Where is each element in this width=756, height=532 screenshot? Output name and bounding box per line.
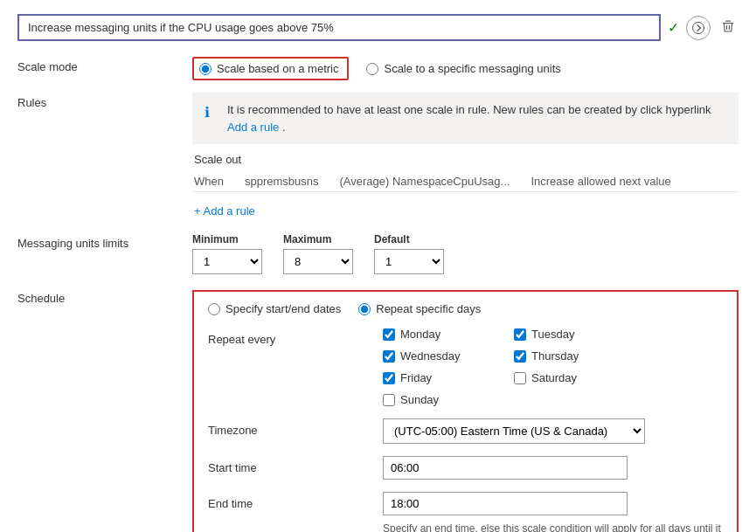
messaging-units-label: Messaging units limits xyxy=(17,233,192,250)
tuesday-option[interactable]: Tuesday xyxy=(514,328,619,341)
end-time-label: End time xyxy=(208,492,383,510)
end-time-input[interactable] xyxy=(383,492,628,515)
minimum-select[interactable]: 1248 xyxy=(192,249,262,274)
scale-mode-label: Scale mode xyxy=(17,57,192,73)
saturday-label: Saturday xyxy=(531,371,577,384)
default-label: Default xyxy=(374,233,444,245)
check-icon: ✓ xyxy=(668,19,679,36)
tuesday-checkbox[interactable] xyxy=(514,328,526,341)
scale-units-option[interactable]: Scale to a specific messaging units xyxy=(366,62,560,75)
scale-units-radio[interactable] xyxy=(366,63,378,75)
monday-checkbox[interactable] xyxy=(383,328,395,341)
scale-out-header: Scale out xyxy=(192,153,739,166)
info-icon: ℹ xyxy=(205,102,218,135)
scale-metric-label: Scale based on a metric xyxy=(217,62,338,75)
thursday-label: Thursday xyxy=(531,349,579,363)
timezone-content: (UTC-05:00) Eastern Time (US & Canada) (… xyxy=(383,418,723,444)
friday-checkbox[interactable] xyxy=(383,372,395,384)
svg-point-0 xyxy=(693,22,704,33)
maximum-select[interactable]: 124816 xyxy=(283,249,353,274)
start-time-row: Start time xyxy=(208,456,723,480)
maximum-label: Maximum xyxy=(283,233,353,245)
rules-label: Rules xyxy=(17,93,192,109)
sunday-option[interactable]: Sunday xyxy=(383,393,488,406)
maximum-group: Maximum 124816 xyxy=(283,233,353,274)
specify-dates-label: Specify start/end dates xyxy=(225,302,341,315)
scale-mode-radio-group: Scale based on a metric Scale to a speci… xyxy=(192,57,739,80)
repeat-every-content: Monday Tuesday Wednesday xyxy=(383,328,723,406)
limits-row: Minimum 1248 Maximum 124816 Default 1248 xyxy=(192,233,739,274)
scale-metric-option[interactable]: Scale based on a metric xyxy=(192,57,349,80)
default-select[interactable]: 1248 xyxy=(374,249,444,274)
arrow-right-icon[interactable] xyxy=(686,16,711,40)
wednesday-checkbox[interactable] xyxy=(383,350,395,363)
repeat-every-label: Repeat every xyxy=(208,328,383,346)
end-time-row: End time Specify an end time, else this … xyxy=(208,492,723,532)
schedule-section: Specify start/end dates Repeat specific … xyxy=(192,290,739,532)
monday-label: Monday xyxy=(400,328,440,341)
rules-row: Rules ℹ It is recommended to have at lea… xyxy=(17,93,739,221)
rules-info-box: ℹ It is recommended to have at least one… xyxy=(192,93,739,144)
friday-option[interactable]: Friday xyxy=(383,371,488,384)
start-time-content xyxy=(383,456,723,480)
scale-out-metric[interactable]: (Average) NamespaceCpuUsag... xyxy=(340,175,510,188)
sunday-label: Sunday xyxy=(400,393,439,406)
scale-mode-row: Scale mode Scale based on a metric Scale… xyxy=(17,57,739,80)
tuesday-label: Tuesday xyxy=(531,328,574,341)
friday-label: Friday xyxy=(400,371,432,384)
add-rule-link-inline[interactable]: Add a rule xyxy=(227,121,279,134)
default-group: Default 1248 xyxy=(374,233,444,274)
saturday-checkbox[interactable] xyxy=(514,372,526,384)
end-time-content: Specify an end time, else this scale con… xyxy=(383,492,723,532)
schedule-radio-group: Specify start/end dates Repeat specific … xyxy=(208,302,723,315)
repeat-days-label: Repeat specific days xyxy=(376,302,481,315)
repeat-every-row: Repeat every Monday Tuesday xyxy=(208,328,723,406)
scale-out-when: When xyxy=(194,175,224,188)
condition-title-input[interactable] xyxy=(17,14,661,41)
scale-units-label: Scale to a specific messaging units xyxy=(384,62,560,75)
schedule-row: Specify start/end dates Repeat specific … xyxy=(208,302,723,315)
scale-out-source[interactable]: sppremsbusns xyxy=(245,175,319,188)
main-container: ✓ Scale mode Scale based on a met xyxy=(0,0,756,532)
start-time-label: Start time xyxy=(208,456,383,474)
messaging-units-content: Minimum 1248 Maximum 124816 Default 1248 xyxy=(192,233,739,274)
monday-option[interactable]: Monday xyxy=(383,328,488,341)
sunday-checkbox[interactable] xyxy=(383,394,395,406)
schedule-outer-content: Specify start/end dates Repeat specific … xyxy=(192,287,739,532)
scale-out-section: Scale out When sppremsbusns (Average) Na… xyxy=(192,153,739,192)
add-rule-button[interactable]: + Add a rule xyxy=(192,201,257,221)
specify-dates-option[interactable]: Specify start/end dates xyxy=(208,302,341,315)
top-bar: ✓ xyxy=(17,14,739,41)
thursday-option[interactable]: Thursday xyxy=(514,349,619,363)
svg-rect-1 xyxy=(723,23,733,24)
days-checkbox-group: Monday Tuesday Wednesday xyxy=(383,328,723,406)
schedule-outer-row: Schedule Specify start/end dates xyxy=(17,287,739,532)
saturday-option[interactable]: Saturday xyxy=(514,371,619,384)
timezone-row: Timezone (UTC-05:00) Eastern Time (US & … xyxy=(208,418,723,444)
wednesday-label: Wednesday xyxy=(400,349,460,363)
schedule-inner: Specify start/end dates Repeat specific … xyxy=(208,302,723,532)
repeat-days-option[interactable]: Repeat specific days xyxy=(358,302,481,315)
rules-info-text: It is recommended to have at least one s… xyxy=(227,101,726,135)
repeat-days-radio[interactable] xyxy=(358,303,371,315)
schedule-outer-label: Schedule xyxy=(17,287,192,305)
scale-out-action: Increase allowed next value xyxy=(531,175,670,188)
thursday-checkbox[interactable] xyxy=(514,350,526,363)
wednesday-option[interactable]: Wednesday xyxy=(383,349,488,363)
rules-content: ℹ It is recommended to have at least one… xyxy=(192,93,739,221)
scale-mode-content: Scale based on a metric Scale to a speci… xyxy=(192,57,739,80)
messaging-units-row: Messaging units limits Minimum 1248 Maxi… xyxy=(17,233,739,274)
delete-icon[interactable] xyxy=(718,16,739,40)
start-time-input[interactable] xyxy=(383,456,628,480)
minimum-group: Minimum 1248 xyxy=(192,233,262,274)
timezone-select[interactable]: (UTC-05:00) Eastern Time (US & Canada) (… xyxy=(383,418,645,444)
rules-info-dot: . xyxy=(282,121,286,134)
svg-rect-2 xyxy=(725,20,731,21)
scale-out-row: When sppremsbusns (Average) NamespaceCpu… xyxy=(192,171,739,192)
minimum-label: Minimum xyxy=(192,233,262,245)
end-time-hint: Specify an end time, else this scale con… xyxy=(383,521,723,532)
timezone-label: Timezone xyxy=(208,418,383,437)
specify-dates-radio[interactable] xyxy=(208,303,220,315)
scale-metric-radio[interactable] xyxy=(199,63,212,75)
